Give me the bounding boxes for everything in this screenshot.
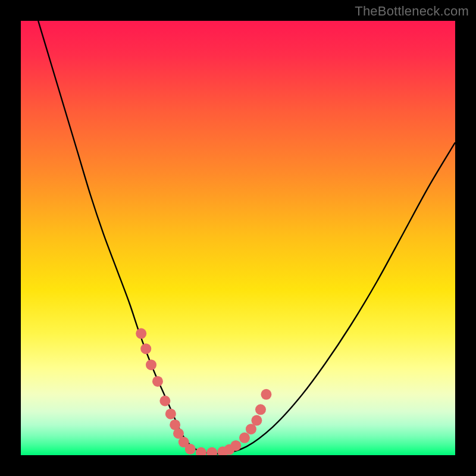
- marker-dot: [239, 433, 250, 443]
- marker-dot: [165, 409, 176, 419]
- curve-layer: [21, 21, 455, 455]
- marker-dot: [230, 440, 241, 451]
- chart-frame: TheBottleneck.com: [0, 0, 476, 476]
- marker-dot: [196, 447, 206, 455]
- plot-area: [21, 21, 455, 455]
- marker-dot: [255, 404, 266, 415]
- marker-dot: [206, 447, 217, 455]
- marker-dot: [146, 359, 156, 370]
- marker-dot: [136, 328, 146, 339]
- marker-dot: [251, 415, 262, 426]
- marker-dot: [185, 444, 196, 455]
- marker-dot: [152, 376, 163, 387]
- marker-dot: [140, 343, 151, 354]
- bottleneck-curve: [38, 21, 455, 454]
- watermark-text: TheBottleneck.com: [355, 4, 469, 19]
- highlighted-points: [136, 328, 271, 455]
- marker-dot: [159, 396, 170, 406]
- marker-dot: [261, 389, 271, 400]
